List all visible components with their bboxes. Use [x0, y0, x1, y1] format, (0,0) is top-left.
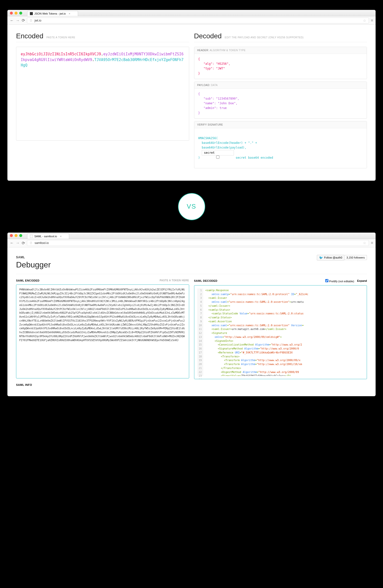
- saml-subtitle: SAML: [16, 256, 25, 259]
- back-button[interactable]: ←: [10, 18, 14, 23]
- signature-body: HMACSHA256( base64UrlEncode(header) + ".…: [194, 128, 367, 168]
- decoded-heading: Decoded: [194, 32, 222, 40]
- encoded-heading: Encoded: [16, 32, 43, 40]
- saml-window: SAML - samltool.io × ← → ⟳ 🗋 samltool.io…: [7, 233, 376, 396]
- menu-icon[interactable]: ≡: [371, 241, 373, 245]
- saml-content: SAML Debugger 🐦 Follow @auth0 3,150 foll…: [7, 247, 376, 396]
- page-icon: 🗋: [30, 19, 33, 22]
- minimize-icon[interactable]: [15, 234, 18, 237]
- signature-section: VERIFY SIGNATURE HMACSHA256( base64UrlEn…: [194, 121, 367, 168]
- reload-button[interactable]: ⟳: [22, 241, 25, 245]
- payload-json[interactable]: { "sub": "1234567890", "name": "John Doe…: [194, 89, 367, 118]
- jwt-window: JSON Web Tokens - jwt.io × ← → ⟳ 🗋 jwt.i…: [7, 10, 376, 181]
- maximize-icon[interactable]: [19, 234, 22, 237]
- jwt-content: Encoded PASTE A TOKEN HERE eyJhbGciOiJIU…: [7, 25, 376, 181]
- bookmark-icon[interactable]: ☆: [363, 19, 366, 22]
- saml-decoded-label: SAML DECODED: [194, 279, 218, 282]
- titlebar: JSON Web Tokens - jwt.io ×: [7, 10, 376, 16]
- base64-checkbox[interactable]: [202, 155, 234, 159]
- browser-tab[interactable]: JSON Web Tokens - jwt.io ×: [27, 11, 78, 16]
- header-json[interactable]: { "alg": "HS256", "typ": "JWT" }: [194, 54, 367, 79]
- expand-button[interactable]: Expand: [357, 279, 367, 282]
- vs-divider: VS: [7, 193, 376, 220]
- encoded-hint: PASTE A TOKEN HERE: [46, 36, 75, 39]
- close-tab-icon[interactable]: ×: [60, 235, 61, 238]
- encoded-column: Encoded PASTE A TOKEN HERE eyJhbGciOiJIU…: [16, 32, 189, 171]
- prettify-option[interactable]: Prettify (not editable): [325, 279, 354, 283]
- minimize-icon[interactable]: [15, 12, 18, 15]
- window-controls: [10, 12, 22, 15]
- menu-icon[interactable]: ≡: [371, 18, 373, 23]
- close-tab-icon[interactable]: ×: [69, 12, 70, 15]
- page-icon: 🗋: [30, 241, 33, 245]
- close-icon[interactable]: [10, 234, 13, 237]
- twitter-widget: 🐦 Follow @auth0 3,150 followers: [317, 255, 367, 261]
- twitter-icon: 🐦: [319, 256, 323, 260]
- window-controls: [10, 234, 22, 237]
- header-section: HEADER: ALGORITHM & TOKEN TYPE { "alg": …: [194, 47, 367, 79]
- saml-encoded-input[interactable]: PHNhbWxwOlJlc3BvbnNlIHhtbG5zOnNhbWxwPSJ1…: [16, 284, 189, 378]
- tab-title: SAML - samltool.io: [34, 235, 57, 238]
- tab-title: JSON Web Tokens - jwt.io: [34, 12, 66, 15]
- url-bar[interactable]: 🗋 samltool.io ☆: [27, 240, 369, 246]
- forward-button: →: [16, 18, 20, 23]
- saml-decoded-viewer[interactable]: 1234567891011121314151617181920212223242…: [194, 285, 367, 379]
- saml-decoded-column: SAML DECODED Prettify (not editable) Exp…: [194, 279, 367, 386]
- bookmark-icon[interactable]: ☆: [363, 241, 366, 245]
- back-button[interactable]: ←: [10, 241, 14, 245]
- xml-code: <samlp:Response xmlns:samlp="urn:oasis:n…: [203, 288, 364, 376]
- saml-info-label: SAML INFO: [16, 383, 189, 386]
- close-icon[interactable]: [10, 12, 13, 15]
- encoded-token-input[interactable]: eyJhbGciOiJIUzI1NiIsInR5cCI6IkpXVCJ9.eyJ…: [16, 47, 189, 141]
- url-bar[interactable]: 🗋 jwt.io ☆: [27, 18, 369, 23]
- url-text: jwt.io: [35, 19, 41, 22]
- titlebar: SAML - samltool.io ×: [7, 233, 376, 239]
- saml-encoded-column: SAML ENCODED PASTE A TOKEN HERE PHNhbWxw…: [16, 279, 189, 386]
- maximize-icon[interactable]: [19, 12, 22, 15]
- twitter-follow-button[interactable]: 🐦 Follow @auth0: [317, 255, 344, 261]
- secret-input[interactable]: [202, 150, 234, 155]
- url-text: samltool.io: [35, 241, 49, 245]
- payload-section: PAYLOAD: DATA { "sub": "1234567890", "na…: [194, 82, 367, 119]
- twitter-followers: 3,150 followers: [344, 255, 367, 260]
- prettify-checkbox[interactable]: [325, 279, 328, 282]
- favicon-icon: [30, 235, 33, 238]
- vs-badge: VS: [178, 193, 205, 220]
- line-gutter: 1234567891011121314151617181920212223242…: [197, 288, 203, 376]
- browser-toolbar: ← → ⟳ 🗋 jwt.io ☆ ≡: [7, 16, 376, 25]
- saml-encoded-label: SAML ENCODED: [16, 279, 40, 282]
- browser-tab[interactable]: SAML - samltool.io ×: [27, 234, 69, 239]
- saml-title: Debugger: [16, 260, 51, 269]
- forward-button: →: [16, 241, 20, 245]
- browser-toolbar: ← → ⟳ 🗋 samltool.io ☆ ≡: [7, 239, 376, 247]
- decoded-hint: EDIT THE PAYLOAD AND SECRET (ONLY HS256 …: [225, 36, 303, 39]
- saml-encoded-hint: PASTE A TOKEN HERE: [160, 279, 189, 282]
- reload-button[interactable]: ⟳: [22, 18, 25, 23]
- decoded-column: Decoded EDIT THE PAYLOAD AND SECRET (ONL…: [194, 32, 367, 171]
- favicon-icon: [30, 12, 33, 15]
